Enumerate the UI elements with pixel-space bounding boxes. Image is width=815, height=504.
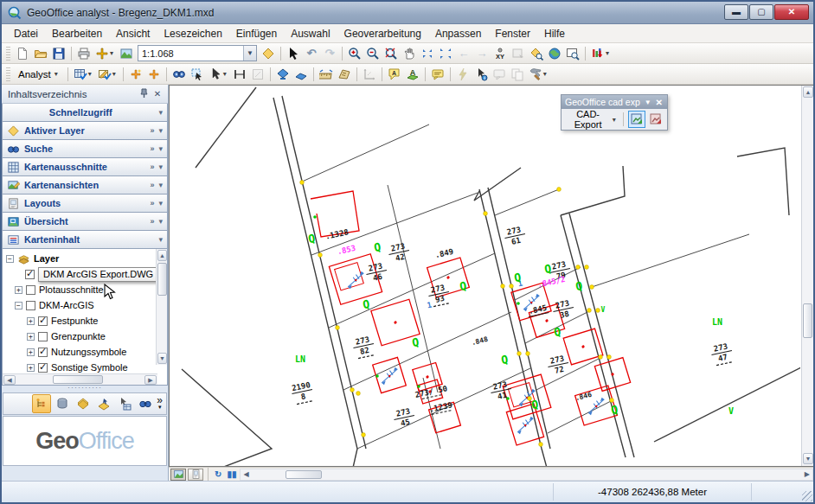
scroll-down-arrow[interactable]: ▼ bbox=[803, 453, 813, 464]
table-check-button[interactable] bbox=[72, 66, 89, 83]
close-button[interactable]: ✕ bbox=[774, 4, 809, 20]
tree-item-grenzpunkte[interactable]: + Grenzpunkte bbox=[6, 329, 167, 344]
data-view-button[interactable] bbox=[170, 469, 186, 481]
collapse-icon[interactable]: − bbox=[6, 255, 14, 263]
dropdown-arrow-icon[interactable]: ▾ bbox=[158, 235, 163, 244]
toolbar-grip[interactable] bbox=[6, 47, 10, 61]
dropdown-arrow-icon[interactable]: ▾ bbox=[158, 108, 163, 117]
cad-remove-button[interactable] bbox=[647, 111, 664, 128]
dropdown-arrow-icon[interactable]: ▾ bbox=[158, 181, 163, 189]
menu-datei[interactable]: Datei bbox=[7, 26, 45, 41]
basemap-button[interactable] bbox=[118, 45, 135, 62]
tree-item-dkm-arcgis-export[interactable]: DKM ArcGIS Export.DWG bbox=[6, 266, 167, 282]
section-karteninhalt[interactable]: Karteninhalt ▾ bbox=[2, 231, 168, 249]
scale-combobox[interactable]: 1:1.068 ▼ bbox=[138, 45, 257, 61]
select-tool-button[interactable] bbox=[285, 45, 302, 62]
dropdown-arrow-icon[interactable]: ▾ bbox=[158, 217, 163, 226]
map-canvas[interactable]: 2734227346273932736127379273382737227341… bbox=[170, 86, 800, 467]
label-callout-button[interactable]: A bbox=[386, 66, 403, 83]
window-zoom-button[interactable] bbox=[564, 45, 581, 62]
tree-item-layer[interactable]: − Layer bbox=[6, 251, 167, 266]
expand-icon[interactable]: + bbox=[15, 286, 22, 294]
toc-display-order-button[interactable] bbox=[32, 394, 51, 413]
analyst-menu-button[interactable]: Analyst ▾ bbox=[14, 66, 64, 83]
toc-search-button[interactable] bbox=[136, 394, 155, 413]
erase-surface-button[interactable] bbox=[274, 66, 292, 83]
section-suche[interactable]: Suche »▾ bbox=[2, 140, 168, 158]
zoom-out-button[interactable] bbox=[364, 45, 382, 62]
expand-chevrons-icon[interactable]: » bbox=[150, 217, 154, 226]
dropdown-arrow-icon[interactable]: ▾ bbox=[158, 163, 163, 171]
scroll-up-arrow[interactable]: ▲ bbox=[803, 86, 813, 98]
menu-hilfe[interactable]: Hilfe bbox=[537, 26, 572, 41]
scale-value[interactable]: 1:1.068 bbox=[142, 48, 243, 59]
toolbar-close-icon[interactable]: ✕ bbox=[655, 98, 664, 107]
cad-export-titlebar[interactable]: GeoOffice cad exp ▼ ✕ bbox=[562, 95, 667, 109]
zoom-in-button[interactable] bbox=[346, 45, 363, 62]
redo-button[interactable]: ↷ bbox=[321, 45, 338, 62]
measure-distance-button[interactable] bbox=[318, 66, 335, 83]
section-kartenansichten[interactable]: Kartenansichten »▾ bbox=[2, 176, 168, 195]
cad-export-menu-button[interactable]: CAD-Export ▾ bbox=[564, 109, 619, 130]
pin-icon[interactable] bbox=[137, 88, 151, 100]
comment-button[interactable] bbox=[429, 66, 446, 83]
pan-tool-button[interactable] bbox=[401, 45, 418, 62]
new-document-button[interactable] bbox=[14, 45, 31, 62]
flatten-surface-button[interactable] bbox=[292, 66, 310, 83]
checkbox-unchecked[interactable] bbox=[26, 285, 35, 295]
section-uebersicht[interactable]: Übersicht »▾ bbox=[2, 213, 168, 231]
scrollbar-thumb[interactable] bbox=[803, 303, 812, 338]
full-extent-button[interactable] bbox=[382, 45, 400, 62]
edit-check-button[interactable] bbox=[96, 66, 113, 83]
globe-button[interactable] bbox=[546, 45, 563, 62]
expand-chevrons-icon[interactable]: » bbox=[150, 199, 154, 207]
checkbox-checked[interactable] bbox=[38, 316, 48, 326]
menu-auswahl[interactable]: Auswahl bbox=[284, 26, 337, 41]
section-aktiver-layer[interactable]: Aktiver Layer »▾ bbox=[2, 122, 168, 140]
search-layer-button[interactable] bbox=[528, 45, 545, 62]
menu-anpassen[interactable]: Anpassen bbox=[428, 26, 488, 41]
add-feature-button[interactable] bbox=[145, 66, 163, 83]
open-button[interactable] bbox=[32, 45, 49, 62]
refresh-button[interactable]: ↻ bbox=[213, 469, 223, 479]
expand-icon[interactable]: + bbox=[27, 348, 35, 356]
html-popup-button[interactable]: i bbox=[472, 66, 490, 83]
select-dropdown-arrow[interactable]: ▾ bbox=[223, 70, 230, 78]
menu-fenster[interactable]: Fenster bbox=[488, 26, 537, 41]
checkbox-unchecked[interactable] bbox=[26, 301, 35, 310]
scale-dropdown-arrow[interactable]: ▼ bbox=[243, 46, 256, 61]
tree-horizontal-scrollbar[interactable]: ◀ ▶ bbox=[3, 373, 157, 385]
minimize-button[interactable]: ▬ bbox=[724, 4, 748, 20]
toolbar-options-arrow[interactable]: ▾ bbox=[606, 49, 613, 57]
label-layer-button[interactable]: A bbox=[404, 66, 421, 83]
scroll-up-arrow[interactable]: ▲ bbox=[157, 250, 167, 261]
table-check-dropdown-arrow[interactable]: ▾ bbox=[88, 70, 95, 78]
title-bar[interactable]: GeoOffice analyst - Bregenz_DKM1.mxd ▬ ▢… bbox=[2, 2, 813, 24]
add-data-button[interactable] bbox=[93, 45, 111, 62]
scroll-down-arrow[interactable]: ▼ bbox=[157, 353, 167, 364]
expand-chevrons-icon[interactable]: » bbox=[150, 163, 154, 171]
collapse-icon[interactable]: − bbox=[15, 302, 22, 309]
print-button[interactable] bbox=[75, 45, 93, 62]
panel-splitter[interactable]: ·········· bbox=[2, 386, 168, 392]
measure-button[interactable] bbox=[231, 66, 248, 83]
dropdown-arrow-icon[interactable]: ▾ bbox=[158, 126, 163, 135]
checkbox-unchecked[interactable] bbox=[38, 332, 48, 341]
add-feature-star-button[interactable] bbox=[127, 66, 144, 83]
toc-table-button[interactable] bbox=[115, 394, 134, 413]
expand-chevrons-icon[interactable]: » bbox=[150, 126, 154, 135]
toolbar-options-arrow[interactable]: ▾ bbox=[543, 70, 550, 78]
select-elements-button[interactable] bbox=[207, 66, 224, 83]
toolbar-dropdown-arrow[interactable]: ▼ bbox=[644, 99, 652, 106]
menu-einfuegen[interactable]: Einfügen bbox=[229, 26, 284, 41]
expand-chevrons-icon[interactable]: » bbox=[150, 144, 154, 153]
go-to-xy-button[interactable]: XY bbox=[491, 45, 509, 62]
disabled-tool-button[interactable] bbox=[249, 66, 266, 83]
tree-item-dkm-arcgis[interactable]: − DKM-ArcGIS bbox=[6, 297, 167, 313]
active-layer-button[interactable] bbox=[260, 45, 277, 62]
scroll-right-arrow[interactable]: ▶ bbox=[144, 375, 157, 385]
tree-item-plotausschnitte[interactable]: + Plotausschnitte bbox=[6, 282, 167, 297]
expand-icon[interactable]: + bbox=[27, 317, 35, 325]
fixed-zoom-in-button[interactable] bbox=[419, 45, 436, 62]
back-extent-button[interactable]: ← bbox=[455, 45, 472, 62]
